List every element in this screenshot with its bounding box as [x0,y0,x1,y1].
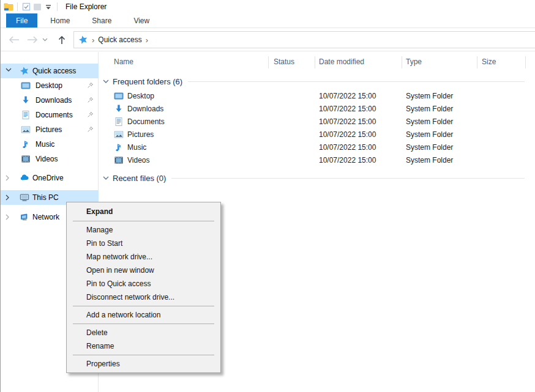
file-row-music[interactable]: Music 10/07/2022 15:00 System Folder [99,141,535,154]
menu-item-properties[interactable]: Properties [67,357,220,371]
sidebar-item-label: Desktop [36,81,62,90]
menu-item-open-in-new-window[interactable]: Open in new window [67,264,220,277]
sidebar-item-downloads[interactable]: Downloads [1,93,99,108]
chevron-right-icon[interactable] [6,194,10,201]
menu-item-manage[interactable]: Manage [67,223,220,237]
chevron-right-icon[interactable] [6,175,10,181]
column-divider[interactable] [315,56,315,68]
pictures-icon [114,130,124,139]
file-explorer-window: File Explorer File Home Share View [0,0,535,392]
file-type: System Folder [406,156,453,165]
sidebar-item-music[interactable]: Music [1,137,99,152]
sidebar-item-pictures[interactable]: Pictures [1,122,99,137]
file-explorer-logo-icon [3,2,14,12]
sidebar-item-label: Music [36,140,54,149]
menu-separator [73,355,214,355]
menu-item-pin-to-quick-access[interactable]: Pin to Quick access [67,277,220,290]
menu-item-add-network-location[interactable]: Add a network location [67,308,220,322]
address-bar: › Quick access › [1,29,535,51]
column-header-name[interactable]: Name [114,57,133,66]
column-header-status[interactable]: Status [274,57,294,66]
breadcrumb-location[interactable]: Quick access [98,35,141,44]
tab-file[interactable]: File [6,13,37,28]
file-date-modified: 10/07/2022 15:00 [319,143,376,152]
file-type: System Folder [406,143,453,152]
column-header-row: Name Status Date modified Type Size [99,55,535,70]
breadcrumb-chevron-icon: › [92,35,94,44]
file-name: Downloads [127,105,163,113]
file-type: System Folder [406,117,453,126]
sidebar-item-quick-access[interactable]: Quick access [1,64,99,78]
column-header-size[interactable]: Size [482,57,496,66]
tab-home[interactable]: Home [41,13,79,28]
sidebar-item-videos[interactable]: Videos [1,152,99,166]
chevron-down-icon[interactable] [6,68,12,72]
menu-item-map-network-drive[interactable]: Map network drive... [67,250,220,264]
group-header-recent-files[interactable]: Recent files (0) [99,172,525,184]
group-header-rule [171,178,525,179]
address-box[interactable]: › Quick access › [73,31,535,48]
menu-separator [73,221,214,221]
music-icon [114,142,124,152]
music-icon [21,139,31,149]
file-name: Desktop [127,92,154,100]
menu-item-rename[interactable]: Rename [67,339,220,353]
pin-icon [87,97,94,103]
recent-locations-icon[interactable] [40,38,49,42]
file-row-desktop[interactable]: Desktop 10/07/2022 15:00 System Folder [99,90,535,103]
menu-item-pin-to-start[interactable]: Pin to Start [67,237,220,250]
desktop-icon [114,91,124,101]
chevron-down-icon[interactable] [103,176,109,180]
column-divider[interactable] [525,56,526,68]
column-header-type[interactable]: Type [406,57,422,66]
quick-access-star-icon [78,35,88,45]
pin-icon [87,82,94,89]
sidebar-item-documents[interactable]: Documents [1,108,99,122]
file-date-modified: 10/07/2022 15:00 [319,130,376,139]
pictures-icon [21,125,31,135]
sidebar-item-onedrive[interactable]: OneDrive [1,171,99,185]
downloads-icon [114,104,124,114]
sidebar-item-desktop[interactable]: Desktop [1,78,99,93]
column-divider[interactable] [402,56,402,68]
file-name: Pictures [127,130,154,139]
file-name: Music [127,143,146,152]
up-icon[interactable] [55,35,69,45]
properties-check-icon[interactable] [21,2,32,12]
file-row-downloads[interactable]: Downloads 10/07/2022 15:00 System Folder [99,103,535,116]
back-icon[interactable] [7,36,21,43]
group-header-frequent-folders[interactable]: Frequent folders (6) [99,75,525,87]
menu-item-delete[interactable]: Delete [67,326,220,339]
file-row-videos[interactable]: Videos 10/07/2022 15:00 System Folder [99,154,535,167]
file-type: System Folder [406,105,453,113]
column-header-date-modified[interactable]: Date modified [319,57,364,66]
customize-quick-access-toolbar-icon[interactable] [43,2,54,12]
column-divider[interactable] [477,56,477,68]
menu-item-expand[interactable]: Expand [67,204,220,219]
menu-separator [73,306,214,306]
chevron-down-icon[interactable] [103,80,109,84]
desktop-icon [21,81,31,91]
file-row-pictures[interactable]: Pictures 10/07/2022 15:00 System Folder [99,128,535,141]
new-folder-icon[interactable] [32,2,43,12]
sidebar-item-label: Videos [36,155,58,163]
forward-icon[interactable] [26,36,39,43]
tab-share[interactable]: Share [83,13,121,28]
file-date-modified: 10/07/2022 15:00 [319,92,376,100]
group-header-rule [188,81,525,82]
chevron-right-icon[interactable] [6,214,10,220]
column-divider[interactable] [268,56,269,68]
file-name: Documents [127,117,165,126]
sidebar-item-label: Quick access [32,67,76,75]
sidebar-item-label: Downloads [36,96,72,105]
title-bar: File Explorer [1,0,535,13]
onedrive-icon [20,173,29,183]
breadcrumb-chevron-icon[interactable]: › [146,35,148,44]
pin-icon [87,126,94,133]
sidebar-item-label: Pictures [36,125,62,134]
menu-item-disconnect-network-drive[interactable]: Disconnect network drive... [67,290,220,304]
sidebar-item-label: OneDrive [32,174,64,182]
file-date-modified: 10/07/2022 15:00 [319,105,376,113]
tab-view[interactable]: View [124,13,159,28]
file-row-documents[interactable]: Documents 10/07/2022 15:00 System Folder [99,116,535,128]
